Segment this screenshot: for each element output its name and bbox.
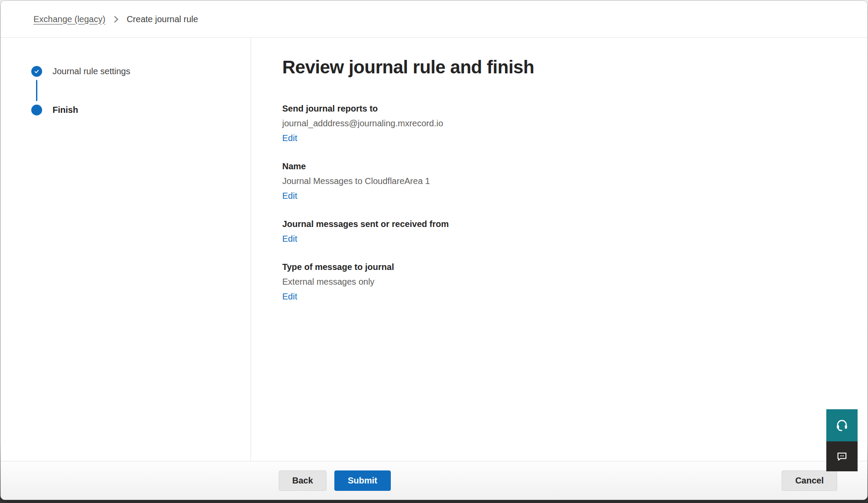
- page-title: Review journal rule and finish: [282, 57, 867, 78]
- headset-icon: [835, 418, 849, 432]
- app-window: Exchange (legacy) Create journal rule Jo…: [0, 0, 868, 500]
- breadcrumb-bar: Exchange (legacy) Create journal rule: [1, 1, 867, 38]
- main-row: Journal rule settings Finish Review jour…: [1, 38, 867, 461]
- breadcrumb-exchange-legacy[interactable]: Exchange (legacy): [33, 14, 106, 24]
- section-journal-messages-sent-or-received-from: Journal messages sent or received from E…: [282, 217, 867, 246]
- section-label: Send journal reports to: [282, 101, 867, 116]
- wizard-step-journal-rule-settings[interactable]: Journal rule settings: [31, 65, 251, 77]
- section-label: Journal messages sent or received from: [282, 217, 867, 231]
- breadcrumb: Exchange (legacy) Create journal rule: [33, 14, 198, 24]
- breadcrumb-create-journal-rule: Create journal rule: [127, 14, 198, 24]
- floating-buttons: [826, 409, 858, 471]
- cancel-button[interactable]: Cancel: [782, 470, 837, 491]
- help-button[interactable]: [826, 409, 858, 441]
- section-label: Type of message to journal: [282, 260, 867, 274]
- edit-link-type-of-message-to-journal[interactable]: Edit: [282, 289, 297, 304]
- submit-button[interactable]: Submit: [334, 470, 391, 491]
- section-value: Journal Messages to CloudflareArea 1: [282, 174, 867, 188]
- step-connector-line: [36, 80, 37, 101]
- wizard-steps-panel: Journal rule settings Finish: [1, 38, 251, 461]
- footer-action-bar: Back Submit Cancel: [1, 461, 867, 500]
- wizard-step-label: Finish: [53, 105, 78, 115]
- edit-link-send-journal-reports-to[interactable]: Edit: [282, 131, 297, 145]
- section-value: External messages only: [282, 274, 867, 289]
- section-type-of-message-to-journal: Type of message to journal External mess…: [282, 260, 867, 304]
- section-label: Name: [282, 159, 867, 174]
- wizard-step-finish[interactable]: Finish: [31, 104, 251, 116]
- edit-link-journal-messages-sent-or-received-from[interactable]: Edit: [282, 231, 297, 246]
- chat-icon: [835, 450, 848, 463]
- edit-link-name[interactable]: Edit: [282, 188, 297, 203]
- step-current-dot-icon: [31, 105, 42, 115]
- back-button[interactable]: Back: [279, 470, 327, 491]
- feedback-button[interactable]: [826, 441, 858, 471]
- wizard-step-label: Journal rule settings: [53, 66, 130, 76]
- section-value: journal_adddress@journaling.mxrecord.io: [282, 116, 867, 131]
- review-content: Review journal rule and finish Send jour…: [251, 38, 867, 461]
- step-completed-check-icon: [31, 66, 42, 77]
- chevron-right-icon: [111, 16, 118, 23]
- section-send-journal-reports-to: Send journal reports to journal_adddress…: [282, 101, 867, 145]
- section-name: Name Journal Messages to CloudflareArea …: [282, 159, 867, 203]
